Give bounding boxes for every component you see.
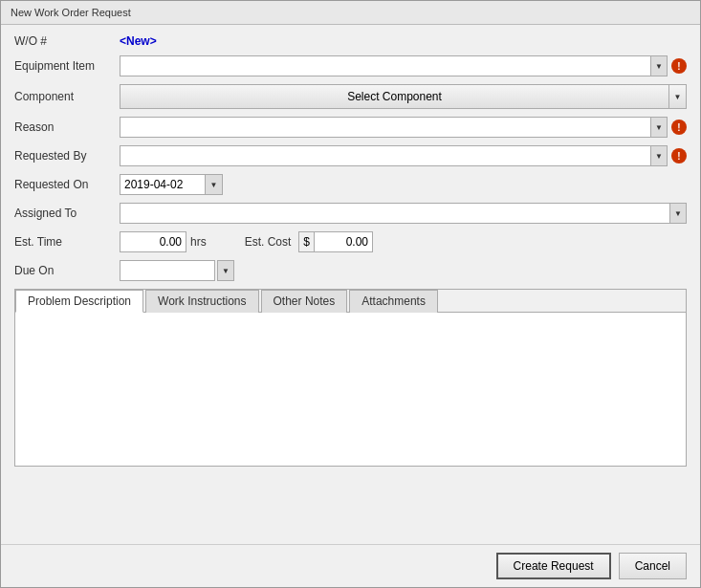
requested-by-control: ▼ ! [120,145,687,166]
assigned-to-label: Assigned To [14,207,120,220]
assigned-to-select-wrapper: ▼ [120,203,687,224]
dialog-title: New Work Order Request [11,7,131,18]
assigned-to-control: ▼ [120,203,687,224]
form-body: W/O # <New> Equipment Item ▼ ! [1,25,700,544]
dialog: New Work Order Request W/O # <New> Equip… [0,0,701,588]
reason-label: Reason [14,120,120,134]
requested-by-select[interactable] [120,145,668,166]
title-bar: New Work Order Request [1,1,700,25]
hrs-label: hrs [190,235,207,249]
tab-other-notes[interactable]: Other Notes [261,290,348,313]
tab-work-instructions[interactable]: Work Instructions [145,290,258,313]
create-request-button[interactable]: Create Request [496,553,611,579]
due-on-control: ▼ [120,260,687,281]
requested-on-control: ▼ [120,174,687,195]
equipment-required-icon: ! [671,58,687,74]
est-row: Est. Time hrs Est. Cost $ [14,231,687,252]
wo-row: W/O # <New> [14,34,687,48]
equipment-control: ▼ ! [120,55,687,76]
reason-row: Reason ▼ ! [14,117,687,138]
reason-required-icon: ! [671,120,687,135]
cost-input-wrapper: $ [298,231,373,252]
component-label: Component [14,90,120,103]
due-on-label: Due On [14,264,120,277]
equipment-label: Equipment Item [14,59,120,73]
wo-value-container: <New> [120,34,687,48]
requested-on-calendar-button[interactable]: ▼ [206,174,223,195]
due-on-row: Due On ▼ [14,260,687,281]
due-on-dropdown-arrow: ▼ [217,260,234,281]
component-control: Select Component ▼ [120,84,687,109]
component-row: Component Select Component ▼ [14,84,687,109]
est-time-control: hrs Est. Cost $ [120,231,687,252]
cost-dollar-symbol: $ [299,232,315,251]
requested-by-label: Requested By [14,149,120,163]
reason-select-wrapper: ▼ [120,117,668,138]
assigned-to-row: Assigned To ▼ [14,203,687,224]
est-time-label: Est. Time [14,235,120,249]
tab-content-problem-description [15,313,686,466]
wo-label: W/O # [14,34,120,48]
reason-control: ▼ ! [120,117,687,138]
requested-by-select-wrapper: ▼ [120,145,668,166]
equipment-row: Equipment Item ▼ ! [14,55,687,76]
wo-number: <New> [120,34,157,48]
footer: Create Request Cancel [1,544,700,587]
reason-select[interactable] [120,117,668,138]
equipment-select-wrapper: ▼ [120,55,668,76]
tabs: Problem Description Work Instructions Ot… [15,290,686,313]
requested-on-input[interactable] [120,174,206,195]
tab-problem-description[interactable]: Problem Description [15,290,143,313]
due-on-select-wrapper: ▼ [120,260,234,281]
select-component-button[interactable]: Select Component [120,84,669,109]
requested-by-row: Requested By ▼ ! [14,145,687,166]
est-cost-input[interactable] [315,232,372,251]
tab-container: Problem Description Work Instructions Ot… [14,289,687,467]
component-dropdown-button[interactable]: ▼ [669,84,687,109]
problem-description-textarea[interactable] [23,320,678,454]
cancel-button[interactable]: Cancel [619,553,687,579]
requested-by-required-icon: ! [671,148,687,163]
requested-on-label: Requested On [14,178,120,191]
est-cost-label: Est. Cost [245,235,292,249]
requested-on-row: Requested On ▼ [14,174,687,195]
assigned-to-select[interactable] [120,203,687,224]
tab-attachments[interactable]: Attachments [349,290,438,313]
est-time-input[interactable] [120,231,186,252]
due-on-select[interactable] [120,260,215,281]
est-cost-row: Est. Cost $ [207,231,373,252]
equipment-select[interactable] [120,55,668,76]
